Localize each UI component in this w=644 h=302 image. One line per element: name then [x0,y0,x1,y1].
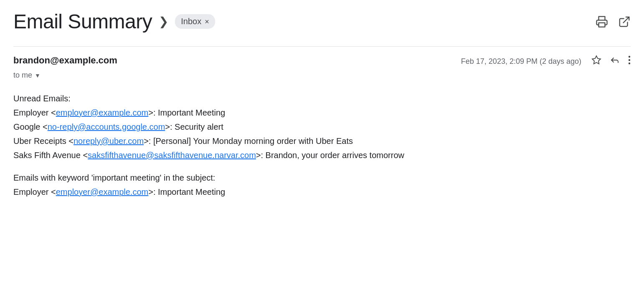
to-me-label: to me [13,71,32,80]
email-3-suffix: >: [Personal] Your Monday morning order … [144,136,353,146]
forward-icon: ❯ [159,15,168,28]
email-item-2: Google <no-reply@accounts.google.com>: S… [13,120,631,134]
inbox-label: Inbox [181,17,201,26]
header-row: Email Summary ❯ Inbox × [13,10,631,33]
keyword-email-1-link[interactable]: employer@example.com [56,187,149,196]
keyword-email-1-suffix: >: Important Meeting [148,187,225,196]
page-title: Email Summary [13,10,152,33]
svg-point-5 [629,63,630,64]
email-container: Email Summary ❯ Inbox × [0,0,644,209]
email-item-3: Uber Receipts <noreply@uber.com>: [Perso… [13,134,631,148]
email-2-link[interactable]: no-reply@accounts.google.com [48,122,165,131]
inbox-close-button[interactable]: × [205,18,209,25]
svg-rect-0 [599,23,605,27]
email-4-prefix: Saks Fifth Avenue < [13,151,88,160]
email-2-suffix: >: Security alert [165,122,223,131]
email-1-link[interactable]: employer@example.com [56,108,149,117]
email-date: Feb 17, 2023, 2:09 PM (2 days ago) [461,57,581,66]
dropdown-arrow-icon[interactable]: ▼ [35,72,41,79]
email-4-link[interactable]: saksfifthavenue@saksfifthavenue.narvar.c… [88,151,256,160]
more-options-icon[interactable] [628,55,631,68]
header-left: Email Summary ❯ Inbox × [13,10,215,33]
action-icons [591,55,631,68]
unread-heading: Unread Emails: [13,91,631,106]
svg-point-4 [629,59,630,61]
svg-point-3 [629,56,630,58]
email-2-prefix: Google < [13,122,48,131]
inbox-badge: Inbox × [175,14,215,29]
keyword-email-item-1: Employer <employer@example.com>: Importa… [13,185,631,199]
email-4-suffix: >: Brandon, your order arrives tomorrow [256,151,404,160]
email-3-link[interactable]: noreply@uber.com [74,136,144,146]
meta-right: Feb 17, 2023, 2:09 PM (2 days ago) [461,55,631,68]
email-3-prefix: Uber Receipts < [13,136,74,146]
reply-icon[interactable] [610,55,620,68]
header-divider [13,46,631,47]
svg-line-1 [624,17,629,23]
email-item-4: Saks Fifth Avenue <saksfifthavenue@saksf… [13,148,631,162]
star-icon[interactable] [591,55,601,68]
to-me-row: to me ▼ [13,71,631,80]
email-1-suffix: >: Important Meeting [148,108,225,117]
svg-marker-2 [592,56,601,64]
sender-name: brandon@example.com [13,55,117,66]
email-meta: brandon@example.com Feb 17, 2023, 2:09 P… [13,55,631,68]
header-right [596,15,631,28]
keyword-heading: Emails with keyword 'important meeting' … [13,171,631,185]
email-1-prefix: Employer < [13,108,56,117]
external-link-icon[interactable] [618,15,631,28]
email-body: Unread Emails: Employer <employer@exampl… [13,91,631,199]
print-icon[interactable] [596,15,608,28]
email-item-1: Employer <employer@example.com>: Importa… [13,106,631,120]
keyword-email-1-prefix: Employer < [13,187,56,196]
